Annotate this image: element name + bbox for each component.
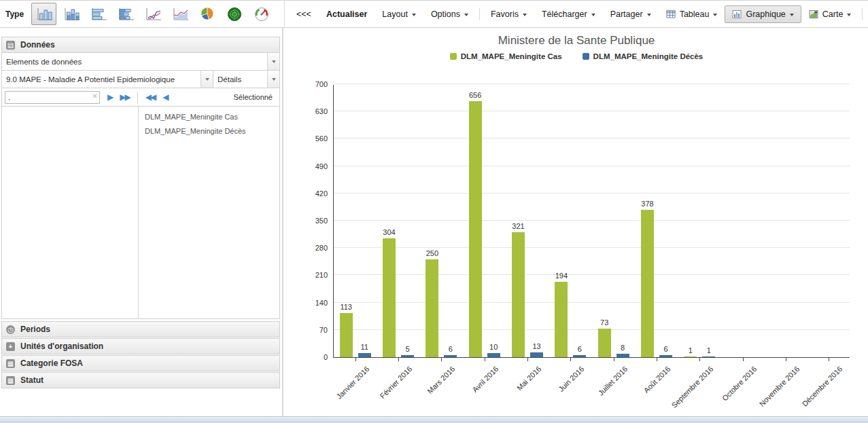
bar-cas[interactable] xyxy=(512,232,525,357)
bar-deces[interactable] xyxy=(617,354,629,357)
chevron-down-icon xyxy=(847,14,851,16)
x-axis-tick xyxy=(657,358,657,361)
filter-input[interactable] xyxy=(5,91,100,104)
bar-cas[interactable] xyxy=(340,313,353,357)
bar-cas[interactable] xyxy=(383,238,396,357)
favorites-menu-button[interactable]: Favoris xyxy=(483,5,534,23)
map-icon xyxy=(809,10,818,19)
legend-label: DLM_MAPE_Meningite Décès xyxy=(593,52,704,60)
chevron-down-icon[interactable] xyxy=(267,71,279,88)
sidebar-section-categorie-fosa[interactable]: ▦Categorie FOSA xyxy=(1,355,280,371)
share-menu-label: Partager xyxy=(610,10,643,19)
data-group-select-value: 9.0 MAPE - Maladie A Potentiel Epidemiol… xyxy=(2,75,201,84)
bar-deces[interactable] xyxy=(444,355,457,357)
chevron-down-icon xyxy=(790,14,794,16)
menu-separator xyxy=(479,8,480,20)
data-section-title: Données xyxy=(20,40,55,50)
table-view-button[interactable]: Tableau xyxy=(659,5,725,23)
gridline xyxy=(334,302,850,303)
chart-type-stacked-column-button[interactable] xyxy=(58,3,84,25)
x-axis-tick xyxy=(614,358,614,361)
legend-item[interactable]: DLM_MAPE_Meningite Décès xyxy=(583,52,704,60)
table-view-label: Tableau xyxy=(680,10,710,19)
chevron-down-icon[interactable] xyxy=(201,71,213,88)
line-chart-icon xyxy=(144,7,162,22)
bottom-scroll-strip[interactable] xyxy=(0,416,868,423)
bar-value-label: 11 xyxy=(360,343,368,351)
y-axis-label: 210 xyxy=(315,271,328,279)
selected-items-list: DLM_MAPE_Meningite CasDLM_MAPE_Meningite… xyxy=(139,110,279,139)
chart-view-button[interactable]: Graphique xyxy=(725,5,801,23)
y-axis-label: 280 xyxy=(315,244,328,252)
options-menu-button[interactable]: Options xyxy=(423,5,476,23)
x-axis-label: Juillet 2016 xyxy=(596,365,629,397)
dimension-accordions: ◷Periods+Unités d'organisation▦Categorie… xyxy=(1,321,280,389)
bar-cas[interactable] xyxy=(641,210,654,357)
move-all-right-icon[interactable]: ▶▶ xyxy=(120,93,129,101)
layout-menu-button[interactable]: Layout xyxy=(375,5,423,23)
chart-type-gauge-button[interactable] xyxy=(249,3,274,25)
share-menu-button[interactable]: Partager xyxy=(603,5,659,23)
bar-cas[interactable] xyxy=(684,356,697,357)
x-axis-label: Mai 2016 xyxy=(515,365,542,392)
main-menubar: <<< Actualiser Layout Options Favoris Té… xyxy=(285,1,868,27)
map-view-button[interactable]: Carte xyxy=(801,5,859,23)
chart-icon xyxy=(732,10,742,19)
sidebar-section-periods[interactable]: ◷Periods xyxy=(1,321,280,337)
sidebar-section-statut[interactable]: ▦Statut xyxy=(1,372,280,388)
sidebar-section-label: Periods xyxy=(20,325,50,334)
chart-type-line-button[interactable] xyxy=(140,3,165,25)
chevron-down-icon xyxy=(713,14,717,16)
download-menu-button[interactable]: Télécharger xyxy=(534,5,603,23)
data-group-row: 9.0 MAPE - Maladie A Potentiel Epidemiol… xyxy=(2,71,279,88)
sidebar-section-unit-s-d-organisation[interactable]: +Unités d'organisation xyxy=(1,338,280,354)
data-type-select[interactable]: Elements de données xyxy=(2,53,279,70)
selected-data-item[interactable]: DLM_MAPE_Meningite Décès xyxy=(139,124,279,139)
chart-type-pie-button[interactable] xyxy=(194,3,220,25)
y-axis-label: 420 xyxy=(315,189,328,198)
stacked-column-chart-icon xyxy=(63,7,80,22)
data-group-select[interactable]: 9.0 MAPE - Maladie A Potentiel Epidemiol… xyxy=(2,71,213,88)
chevron-down-icon[interactable] xyxy=(267,53,279,70)
update-button[interactable]: Actualiser xyxy=(319,5,375,23)
data-section-header[interactable]: ▤ Données xyxy=(2,37,279,53)
clear-icon[interactable] xyxy=(92,92,98,100)
bar-deces[interactable] xyxy=(573,355,586,357)
chart-type-radar-button[interactable] xyxy=(222,3,247,25)
bar-deces[interactable] xyxy=(358,353,371,357)
chart-type-area-button[interactable] xyxy=(167,3,192,25)
top-toolbar: Type xyxy=(0,1,868,28)
x-axis-label: Octobre 2016 xyxy=(721,365,759,403)
bar-value-label: 6 xyxy=(449,345,453,353)
chart-view-label: Graphique xyxy=(746,10,785,19)
bar-value-label: 73 xyxy=(600,318,608,327)
bar-cas[interactable] xyxy=(469,101,482,357)
bar-deces[interactable] xyxy=(659,355,672,357)
move-selected-left-icon[interactable]: ◀ xyxy=(162,93,167,101)
bar-value-label: 1 xyxy=(689,346,693,354)
bar-cas[interactable] xyxy=(555,282,568,357)
x-axis-tick xyxy=(743,358,744,361)
data-section-icon: ▤ xyxy=(6,41,15,50)
menu-separator xyxy=(862,8,863,20)
bar-value-label: 378 xyxy=(641,200,653,208)
bar-value-label: 6 xyxy=(663,345,667,353)
bar-deces[interactable] xyxy=(401,355,414,357)
bar-deces[interactable] xyxy=(702,356,715,357)
details-select[interactable]: Détails xyxy=(213,71,279,88)
move-all-left-icon[interactable]: ◀◀ xyxy=(145,93,155,101)
bar-value-label: 10 xyxy=(489,343,498,351)
chart-type-stacked-bar-button[interactable] xyxy=(113,3,138,25)
bar-cas[interactable] xyxy=(426,259,438,357)
selected-data-item[interactable]: DLM_MAPE_Meningite Cas xyxy=(139,110,279,124)
legend-item[interactable]: DLM_MAPE_Meningite Cas xyxy=(450,52,562,60)
move-selected-right-icon[interactable]: ▶ xyxy=(107,93,112,101)
chart-type-column-button[interactable] xyxy=(31,3,56,25)
collapse-panel-button[interactable]: <<< xyxy=(289,5,319,23)
bar-deces[interactable] xyxy=(530,352,543,357)
selected-column-label: Sélectionné xyxy=(234,93,276,101)
column-chart-icon xyxy=(35,7,53,22)
bar-deces[interactable] xyxy=(487,353,500,357)
bar-cas[interactable] xyxy=(598,329,611,357)
chart-type-bar-button[interactable] xyxy=(86,3,111,25)
